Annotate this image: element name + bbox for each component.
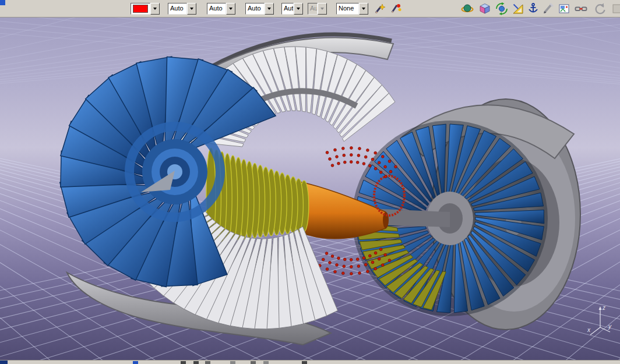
viewport-3d[interactable]: z x y [0, 17, 620, 360]
chevron-down-icon [362, 8, 365, 10]
dropdown-auto-1-value: Auto [168, 3, 187, 15]
color-field [131, 3, 150, 15]
dropdown-auto-5-value: Aut [308, 3, 318, 15]
anchor-icon[interactable] [526, 2, 540, 15]
color-dropdown-arrow[interactable] [150, 3, 160, 15]
dropdown-auto-2[interactable]: Auto [207, 3, 235, 15]
axis-label-x: x [587, 327, 591, 333]
top-toolbar: Auto Auto Auto Aut Aut None [0, 0, 620, 17]
sketch-ruler-icon[interactable] [511, 2, 525, 15]
bottom-icon-stub [181, 361, 186, 364]
link-chain-icon[interactable] [574, 2, 588, 15]
color-swatch [133, 5, 148, 13]
dropdown-auto-2-arrow[interactable] [226, 3, 235, 15]
partial-icon[interactable] [611, 2, 620, 15]
render-material-icon[interactable] [460, 2, 474, 15]
dropdown-auto-2-value: Auto [207, 3, 226, 15]
dropdown-auto-3-arrow[interactable] [265, 3, 274, 15]
axis-triad: z x y [586, 303, 613, 337]
dropdown-auto-4[interactable]: Aut [281, 3, 303, 15]
chevron-down-icon [229, 8, 233, 10]
chevron-down-icon [153, 8, 157, 10]
chevron-down-icon [320, 8, 324, 10]
attach-pencil-icon[interactable] [541, 2, 555, 15]
dropdown-auto-1[interactable]: Auto [168, 3, 196, 15]
dropdown-auto-3-value: Auto [245, 3, 265, 15]
measure-cube-icon[interactable] [478, 2, 492, 15]
brush-colors-icon[interactable] [389, 2, 403, 15]
dropdown-auto-5-disabled: Aut [308, 3, 327, 15]
dropdown-auto-4-value: Aut [281, 3, 294, 15]
bottom-icon-stub [193, 361, 199, 364]
dropdown-auto-5-arrow [318, 3, 327, 15]
fan-hub [129, 126, 220, 217]
bottom-icon-stub [251, 361, 256, 364]
axis-label-y: y [608, 323, 612, 330]
bottom-icon-stub [205, 361, 210, 364]
dropdown-none[interactable]: None [336, 3, 368, 15]
dropdown-auto-3[interactable]: Auto [245, 3, 274, 15]
window-corner [0, 0, 5, 5]
axis-label-z: z [602, 305, 605, 311]
dropdown-auto-4-arrow[interactable] [294, 3, 303, 15]
bottom-toolbar[interactable] [0, 360, 620, 364]
chevron-down-icon [297, 8, 300, 10]
pen-sparkle-icon[interactable] [373, 2, 387, 15]
bottom-icon-stub [133, 361, 138, 364]
dropdown-auto-1-arrow[interactable] [187, 3, 196, 15]
dropdown-none-value: None [336, 3, 359, 15]
bottom-icon-stub [263, 361, 269, 364]
bottom-icon-stub [230, 361, 235, 364]
engine-model[interactable] [60, 34, 580, 345]
bottom-corner [0, 361, 8, 364]
chevron-down-icon [190, 8, 193, 10]
bottom-icon-stub [302, 361, 307, 364]
chevron-down-icon [267, 8, 271, 10]
image-frame-icon[interactable] [557, 2, 571, 15]
rotate-view-icon[interactable] [495, 2, 509, 15]
color-dropdown[interactable] [131, 3, 160, 15]
refresh-icon[interactable] [593, 2, 607, 15]
dropdown-none-arrow[interactable] [359, 3, 368, 15]
